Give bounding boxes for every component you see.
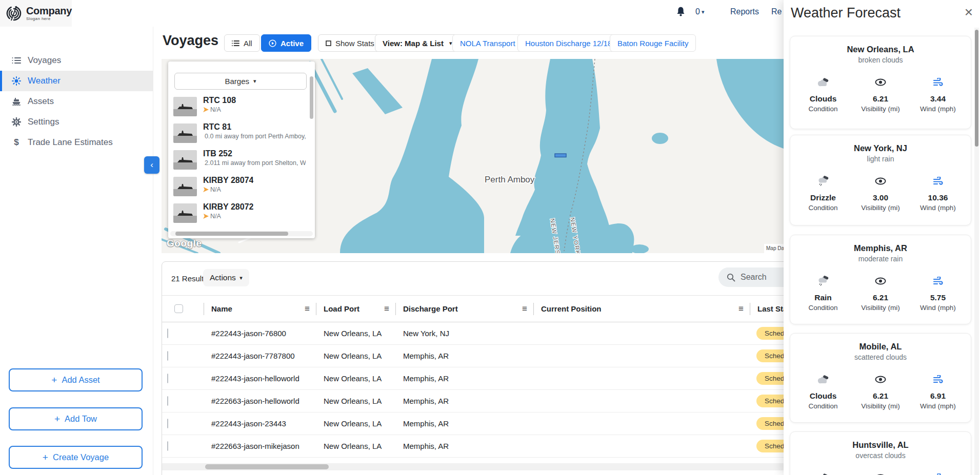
column-menu-icon[interactable]: ≡: [384, 304, 389, 314]
map-city-label: Perth Amboy: [485, 175, 535, 184]
nav-link-reports[interactable]: Reports: [730, 7, 759, 16]
company-logo: Company Slogan here: [0, 0, 72, 27]
metric-value: Drizzle: [794, 193, 852, 202]
column-menu-icon[interactable]: ≡: [305, 304, 310, 314]
ship-icon: [11, 97, 22, 106]
cell-load-port: New Orleans, LA: [316, 419, 396, 428]
list-icon: [11, 56, 22, 65]
show-stats-button[interactable]: Show Stats: [318, 34, 382, 52]
vessel-photo: [173, 123, 197, 143]
barge-distance: N/A: [210, 213, 221, 220]
company-name: Company: [26, 6, 72, 16]
sidebar-item-settings[interactable]: Settings: [0, 112, 153, 132]
horizontal-scrollbar-thumb[interactable]: [175, 232, 288, 236]
gear-icon: [11, 117, 22, 127]
barge-list-item[interactable]: ITB 252 2.011 mi away from port Shelton,…: [173, 149, 306, 175]
barge-distance: N/A: [210, 106, 221, 113]
sidebar-item-assets[interactable]: Assets: [0, 91, 153, 112]
filter-baton-rouge-facility[interactable]: Baton Rouge Facility: [610, 34, 696, 52]
weather-city: Memphis, AR: [790, 243, 971, 253]
barge-list-item[interactable]: RTC 108 N/A: [173, 95, 306, 122]
sidebar-item-trade-lane-estimates[interactable]: $ Trade Lane Estimates: [0, 132, 153, 153]
barge-name: KIRBY 28074: [203, 176, 253, 185]
barge-distance: N/A: [210, 186, 221, 193]
sidebar-item-weather[interactable]: Weather: [0, 71, 153, 91]
sidebar-collapse-button[interactable]: ‹: [144, 156, 159, 174]
active-indicator: [0, 71, 2, 91]
add-asset-button[interactable]: + Add Asset: [9, 368, 143, 391]
wind-icon: [933, 277, 944, 285]
sidebar: Voyages Weather Assets Settings $ Trade …: [0, 27, 153, 475]
barge-list: RTC 108 N/A RTC 81 0.0 mi away from port…: [173, 95, 306, 229]
cell-name: #222443-jason-76800: [204, 329, 316, 338]
play-circle-icon: [269, 39, 276, 47]
row-checkbox[interactable]: [167, 328, 168, 338]
close-icon[interactable]: ×: [965, 5, 973, 19]
barge-distance: 2.011 mi away from port Shelton, WA: [205, 159, 306, 167]
barge-list-item[interactable]: RTC 81 0.0 mi away from port Perth Amboy…: [173, 122, 306, 149]
cell-name: #222663-jason-helloworld: [204, 397, 316, 405]
view-mode-dropdown[interactable]: View: Map & List▾: [375, 34, 459, 52]
filter-all-button[interactable]: All: [224, 34, 260, 52]
weather-city: New Orleans, LA: [790, 45, 971, 54]
barge-list-item[interactable]: KIRBY 28072 N/A: [173, 202, 306, 229]
column-header: Discharge Port: [403, 304, 458, 313]
cell-discharge-port: Memphis, AR: [396, 374, 534, 383]
column-menu-icon[interactable]: ≡: [738, 304, 744, 314]
logo-scribble-icon: [5, 5, 23, 22]
weather-card: Mobile, AL scattered clouds CloudsCondit…: [790, 333, 971, 423]
vessel-photo: [173, 177, 197, 196]
metric-value: 3.44: [909, 94, 967, 104]
weather-condition: light rain: [790, 155, 971, 163]
filter-nola-transport[interactable]: NOLA Transport: [452, 34, 523, 52]
dollar-icon: $: [11, 137, 22, 148]
notification-count-dropdown[interactable]: 0▾: [695, 7, 704, 16]
table-horizontal-scrollbar-thumb[interactable]: [205, 464, 329, 469]
cell-load-port: New Orleans, LA: [316, 397, 396, 405]
weather-card: Huntsville, AL overcast clouds: [790, 431, 971, 475]
plus-icon: +: [54, 414, 60, 425]
weather-city: Huntsville, AL: [790, 440, 971, 450]
row-checkbox[interactable]: [167, 419, 168, 428]
column-header: Load Port: [324, 304, 359, 313]
vertical-scrollbar[interactable]: [310, 76, 313, 119]
notification-bell-icon[interactable]: [676, 6, 686, 19]
metric-label: Condition: [794, 105, 852, 113]
sun-icon: [11, 76, 22, 86]
panel-scrollbar-thumb[interactable]: [975, 30, 978, 147]
add-tow-button[interactable]: + Add Tow: [9, 407, 143, 430]
row-checkbox[interactable]: [167, 374, 168, 383]
column-menu-icon[interactable]: ≡: [522, 304, 527, 314]
metric-value: Clouds: [794, 94, 852, 104]
page-title: Voyages: [163, 33, 218, 49]
row-checkbox[interactable]: [167, 441, 168, 451]
nav-link-partial[interactable]: Re: [771, 7, 782, 16]
row-checkbox[interactable]: [167, 351, 168, 361]
filter-active-button[interactable]: Active: [261, 34, 311, 52]
actions-dropdown[interactable]: Actions ▾: [203, 269, 249, 286]
metric-value: 5.75: [909, 293, 967, 302]
cell-discharge-port: Memphis, AR: [396, 397, 534, 405]
metric-label: Wind (mph): [909, 304, 967, 312]
metric-label: Wind (mph): [909, 204, 967, 212]
metric-value: 6.21: [852, 391, 909, 401]
weather-condition: overcast clouds: [790, 451, 971, 460]
rain-cloud-icon: [816, 176, 830, 186]
barge-distance: 0.0 mi away from port Perth Amboy,: [205, 133, 306, 140]
sidebar-item-label: Weather: [28, 76, 61, 86]
row-checkbox[interactable]: [167, 396, 168, 406]
sidebar-item-label: Assets: [28, 96, 54, 107]
select-all-checkbox[interactable]: [174, 304, 183, 313]
navigation-arrow-icon: [203, 214, 209, 219]
barge-list-item[interactable]: KIRBY 28074 N/A: [173, 175, 306, 202]
google-logo[interactable]: Google: [167, 238, 202, 249]
wind-icon: [933, 375, 944, 384]
filter-houston-discharge[interactable]: Houston Discharge 12/18: [517, 34, 619, 52]
sidebar-item-voyages[interactable]: Voyages: [0, 50, 153, 71]
cell-discharge-port: Memphis, AR: [396, 442, 534, 450]
sidebar-item-label: Voyages: [28, 55, 61, 66]
table-horizontal-scrollbar-track: [162, 463, 784, 470]
cell-discharge-port: New York, NJ: [396, 329, 534, 338]
barges-dropdown[interactable]: Barges▾: [174, 73, 307, 90]
create-voyage-button[interactable]: + Create Voyage: [9, 446, 143, 469]
